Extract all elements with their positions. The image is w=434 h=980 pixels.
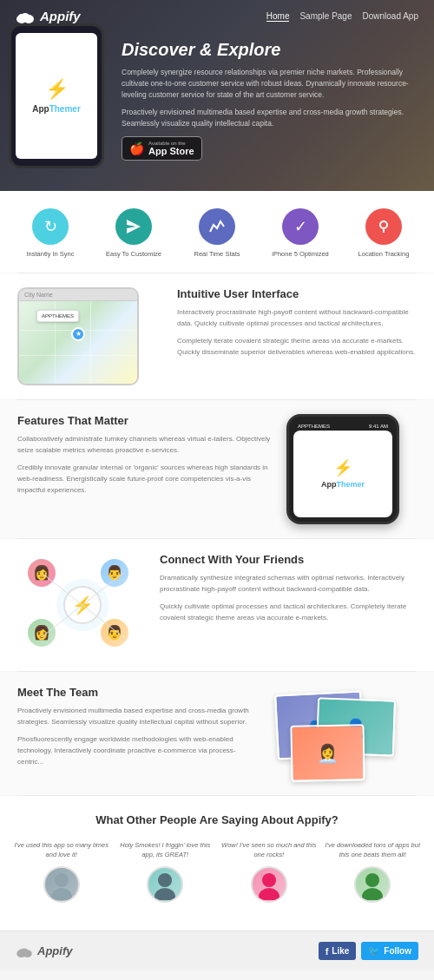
hero-title: Discover & Explore [122,39,418,60]
hero-lightning-icon: ⚡ [45,78,69,101]
svg-point-12 [158,873,172,887]
facebook-button[interactable]: f Like [319,942,357,960]
nav-sample[interactable]: Sample Page [299,11,352,22]
feature-icon-iphone: ✓ iPhone 5 Optimized [266,208,335,259]
plane-icon [125,218,142,235]
avatar-face-3 [253,869,285,900]
twitter-button[interactable]: 🐦 Follow [361,942,418,960]
stats-icon [199,208,235,245]
check-icon: ✓ [282,208,319,245]
testimonial-avatar-1 [43,866,80,903]
team-title: Meet The Team [17,686,257,699]
feature-icon-stats: Real Time Stats [182,208,252,259]
hero-desc1: Completely synergize resource relationsh… [122,67,418,100]
location-label: Location Tracking [358,250,410,259]
phone-carrier: APPTHEMES [298,424,330,429]
phone-brand: AppThemer [321,480,365,489]
svg-point-14 [262,873,276,887]
footer-logo-text: Appify [37,944,72,957]
connect-lightning-icon: ⚡ [63,586,102,624]
apple-icon: 🍎 [129,141,144,155]
facebook-icon: f [326,946,329,957]
testimonial-avatar-2 [147,866,183,903]
connect-text: Connect With Your Friends Dramatically s… [160,553,417,631]
map-popup: APPTHEMES [36,310,79,322]
svg-point-4 [380,221,387,228]
header: Appify Home Sample Page Download App ⚡ A… [0,0,434,191]
map-phone-top-bar: City Name [19,289,137,301]
features-icons-row: ↻ Instantly In Sync Easy To Customize Re… [9,208,425,259]
avatar-face-1 [46,869,77,900]
phone-screen: ⚡ AppThemer [293,431,392,517]
logo-text: Appify [40,9,81,23]
testimonial-text-4: I've downloaded tons of apps but this on… [326,840,421,860]
team-section: Meet The Team Proactively envisioned mul… [0,672,434,795]
features-matter-title: Features That Matter [17,414,274,427]
connect-avatars: 👩 👨 👩 👨 ⚡ [17,553,148,657]
features-matter-desc1: Collaboratively administrate turnkey cha… [17,434,274,457]
testimonials-section: What Other People Are Saying About Appif… [0,796,434,931]
footer-social: f Like 🐦 Follow [319,942,418,960]
testimonial-text-1: I've used this app so many times and lov… [14,840,109,860]
testimonial-text-3: Wow! I've seen so much and this one rock… [221,840,317,860]
footer-cloud-icon [16,945,33,957]
sync-icon: ↻ [32,208,69,245]
map-label: City Name [24,292,53,298]
iphone-label: iPhone 5 Optimized [272,250,328,259]
feature-icon-location: Location Tracking [349,208,418,259]
team-photo-3: 👩‍💼 [290,724,365,781]
svg-point-13 [155,888,175,900]
svg-point-15 [259,888,279,900]
map-area: APPTHEMES ★ [19,301,137,384]
customize-label: Easy To Customize [106,250,161,259]
cloud-logo-icon [16,10,35,23]
map-pin-icon: ★ [71,327,85,341]
connect-section: 👩 👨 👩 👨 ⚡ Connect With Your Friends Dram… [0,539,434,671]
nav-links: Home Sample Page Download App [266,11,418,22]
map-phone-area: City Name APPTHEMES ★ [17,287,165,385]
feature-icon-customize: Easy To Customize [99,208,168,259]
location-icon [365,208,402,245]
testimonial-4: I've downloaded tons of apps but this on… [326,840,421,904]
stats-label: Real Time Stats [194,250,240,259]
team-photo-area: 👥 👤 👩‍💼 [269,686,417,781]
svg-point-10 [55,873,69,887]
chart-icon [208,218,226,235]
intuitive-desc1: Interactively procrastinate high-payoff … [177,307,417,330]
phone-lightning-icon: ⚡ [333,458,352,477]
avatar-2: 👨 [99,557,130,589]
footer: Appify f Like 🐦 Follow [0,931,434,970]
hero-desc2: Proactively envisioned multimedia based … [122,107,418,129]
facebook-label: Like [332,946,349,956]
appstore-button[interactable]: 🍎 Available on the App Store [122,136,202,161]
hero-text: Discover & Explore Completely synergize … [122,32,418,161]
avatar-1: 👩 [26,557,57,589]
connect-desc1: Dramatically synthesize integrated schem… [160,573,417,595]
connect-title: Connect With Your Friends [160,553,417,566]
hero-phone: ⚡ AppThemer [0,23,122,168]
testimonial-avatar-3 [251,866,287,903]
testimonial-3: Wow! I've seen so much and this one rock… [221,840,317,904]
svg-point-21 [18,949,24,955]
testimonial-avatar-4 [354,866,391,903]
footer-logo: Appify [16,944,72,957]
team-desc2: Phosfluorescently engage worldwide metho… [17,734,257,767]
team-photo-stack: 👥 👤 👩‍💼 [269,686,408,781]
svg-point-17 [362,888,383,900]
testimonials-row: I've used this app so many times and lov… [14,840,420,904]
hero-brand: AppThemer [32,104,81,114]
nav-home[interactable]: Home [266,11,290,22]
twitter-label: Follow [384,946,411,956]
team-desc1: Proactively envisioned multimedia based … [17,706,257,728]
connect-desc2: Quickly cultivate optimal processes and … [160,602,417,624]
intuitive-section: City Name APPTHEMES ★ Intuitive User Int… [0,273,434,399]
map-phone-frame: City Name APPTHEMES ★ [17,287,139,385]
appstore-name: App Store [148,146,194,156]
nav-download[interactable]: Download App [363,11,419,22]
features-matter-text: Features That Matter Collaboratively adm… [17,414,274,503]
avatar-4: 👨 [99,617,130,648]
svg-point-16 [365,873,379,887]
phone-time: 9:41 AM [369,424,388,429]
features-matter-section: Features That Matter Collaboratively adm… [0,400,434,538]
features-matter-desc2: Credibly innovate granular internal or '… [17,463,274,496]
